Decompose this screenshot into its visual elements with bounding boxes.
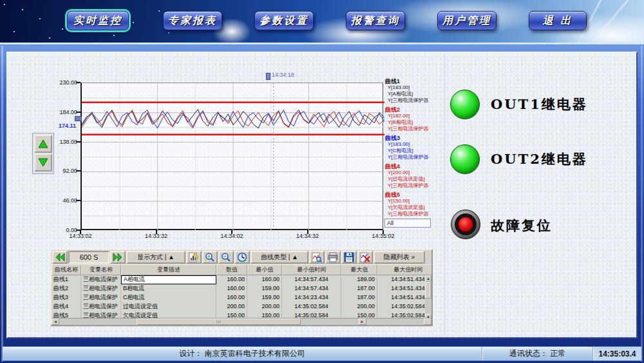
scrollbar-left-icon[interactable]: ◄ xyxy=(52,319,59,325)
fault-reset-ring xyxy=(455,213,477,235)
table-cell: 曲线2 xyxy=(52,284,81,293)
comm-status: 通讯状态： 正常 xyxy=(482,347,592,360)
x-axis-tick xyxy=(156,230,157,234)
report-button[interactable] xyxy=(186,251,202,264)
table-cell: 14:34:23.434 xyxy=(282,293,341,302)
column-header[interactable]: 最小值时间 xyxy=(282,264,341,275)
y-axis-label: 138.00 xyxy=(48,139,77,145)
table-cell: 三相电流保护 xyxy=(81,302,121,311)
zoom-out-icon xyxy=(221,252,231,262)
zoom-in-button[interactable] xyxy=(202,251,218,264)
nav-button-realtime-monitor[interactable]: 实时监控 xyxy=(67,11,129,30)
table-cell: 160.00 xyxy=(216,284,247,293)
table-cell: 200.00 xyxy=(216,302,247,311)
table-header-row: 曲线名称变量名称变量描述数值最小值最小值时间最大值最大值时间平均值 xyxy=(52,264,433,275)
trend-chart-svg xyxy=(82,83,384,231)
out1-relay-lamp-icon xyxy=(450,90,480,119)
table-vertical-scrollbar[interactable]: ▲ ▼ xyxy=(425,275,431,320)
table-cell: 160.00 xyxy=(216,293,247,302)
curve-toolbar: 600 S 显示方式 | ▲ 曲线类型 | ▲ xyxy=(52,250,431,264)
out2-relay-label: OUT2继电器 xyxy=(491,150,588,168)
table-cell: B相电流 xyxy=(121,284,216,293)
y-axis-tick xyxy=(76,112,80,113)
table-cell: A相电流 xyxy=(121,275,216,284)
table-cell: 159.00 xyxy=(247,284,282,293)
x-axis-tick xyxy=(231,230,232,234)
table-cell: 曲线4 xyxy=(52,302,81,311)
fault-reset-label: 故障复位 xyxy=(491,217,553,235)
table-cell: 三相电流保护 xyxy=(81,275,121,284)
table-row[interactable]: 曲线3三相电流保护C相电流160.00159.0014:34:23.434187… xyxy=(52,293,426,302)
delete-curve-icon xyxy=(360,252,370,262)
scrollbar-thumb[interactable]: III xyxy=(137,319,301,325)
curve-report-icon xyxy=(312,252,322,262)
y-axis-label: 46.00 xyxy=(48,197,77,204)
column-header[interactable]: 最大值时间 xyxy=(377,264,433,275)
scrollbar-corner xyxy=(424,319,431,325)
column-header[interactable]: 曲线名称 xyxy=(52,264,81,275)
column-header[interactable]: 最大值 xyxy=(341,264,377,275)
y-axis-tick xyxy=(76,141,80,142)
designer-credit: 设计： 南京英雷科电子技术有限公司 xyxy=(3,347,482,360)
column-header[interactable]: 变量名称 xyxy=(81,264,121,275)
y-axis-label: 230.00 xyxy=(48,79,77,86)
scrollbar-thumb[interactable] xyxy=(425,282,431,299)
curve-data-panel: 600 S 显示方式 | ▲ 曲线类型 | ▲ xyxy=(50,249,433,326)
y-axis-tick xyxy=(76,170,80,172)
zoom-out-button[interactable] xyxy=(218,251,234,264)
top-banner: 实时监控 专家报表 参数设置 报警查询 用户管理 退 出 xyxy=(0,0,644,44)
chart-region-divider xyxy=(444,55,446,335)
table-row[interactable]: 曲线2三相电流保护B相电流160.00159.0014:34:57.434187… xyxy=(52,284,426,293)
table-cell: 14:34:51.434 xyxy=(377,275,426,284)
print-button[interactable] xyxy=(325,251,341,264)
nav-button-alarm-query[interactable]: 报警查询 xyxy=(346,11,405,30)
fast-forward-button[interactable] xyxy=(110,251,126,264)
table-cell: 200.00 xyxy=(247,302,282,311)
column-header[interactable]: 数值 xyxy=(216,264,247,275)
nav-button-expert-report[interactable]: 专家报表 xyxy=(163,11,222,30)
y-axis-tick xyxy=(76,200,80,201)
scrollbar-track[interactable] xyxy=(59,319,137,325)
x-axis-tick xyxy=(383,230,384,234)
cursor-time-label: 14:34:18 xyxy=(272,72,294,78)
legend-curve-1: 曲线1 Y[183.00] Y[A相电流] Y[三相电流保护器 xyxy=(385,78,442,104)
table-cell: 14:34:57.434 xyxy=(282,275,341,284)
legend-curve-2: 曲线2 Y[182.00] Y[B相电流] Y[三相电流保护器 xyxy=(385,106,442,132)
trend-plot-area[interactable] xyxy=(80,83,383,230)
table-body: 曲线1三相电流保护A相电流160.00160.0014:34:57.434189… xyxy=(52,275,426,320)
clock-display: 14:35:03.4 xyxy=(592,347,641,360)
delete-curve-button[interactable] xyxy=(357,251,373,264)
stars-decoration xyxy=(4,4,5,5)
print-icon xyxy=(328,252,338,262)
save-button[interactable] xyxy=(341,251,357,264)
nav-button-user-management[interactable]: 用户管理 xyxy=(437,11,497,30)
y-axis-tick xyxy=(76,82,80,83)
x-axis-tick xyxy=(80,230,81,234)
time-range-button[interactable] xyxy=(234,251,250,264)
column-header[interactable]: 最小值 xyxy=(247,264,282,275)
table-cell: 187.00 xyxy=(341,284,377,293)
fast-backward-icon xyxy=(55,253,65,262)
scrollbar-up-icon[interactable]: ▲ xyxy=(425,275,431,282)
nav-button-exit[interactable]: 退 出 xyxy=(529,11,587,30)
scrollbar-right-icon[interactable]: ► xyxy=(359,319,366,325)
time-period-display: 600 S xyxy=(68,251,109,264)
table-horizontal-scrollbar[interactable]: ◄ III ► xyxy=(52,318,431,325)
cursor-flag-icon[interactable] xyxy=(266,73,270,80)
current-value-marker-icon[interactable] xyxy=(75,116,82,121)
fast-backward-button[interactable] xyxy=(52,251,68,264)
hide-list-button[interactable]: 隐藏列表 » xyxy=(374,251,425,264)
table-row[interactable]: 曲线4三相电流保护过电流设定值200.00200.0014:35:02.5842… xyxy=(52,302,426,311)
legend-all-selector[interactable]: All xyxy=(384,219,431,228)
curve-report-button[interactable] xyxy=(309,251,325,264)
table-row[interactable]: 曲线1三相电流保护A相电流160.00160.0014:34:57.434189… xyxy=(52,275,426,284)
display-mode-button[interactable]: 显示方式 | ▲ xyxy=(126,251,185,264)
nav-button-parameter-settings[interactable]: 参数设置 xyxy=(254,11,314,30)
legend-curve-5: 曲线5 Y[150.00] Y[欠电流设定值] Y[三相电流保护器 xyxy=(385,191,442,217)
curve-type-button[interactable]: 曲线类型 | ▲ xyxy=(251,251,308,264)
column-header[interactable]: 变量描述 xyxy=(121,264,216,275)
table-cell: 14:34:57.434 xyxy=(282,284,341,293)
fault-reset-button[interactable] xyxy=(451,210,480,239)
current-value-label: 174.11 xyxy=(48,123,76,129)
time-range-icon xyxy=(237,252,247,262)
